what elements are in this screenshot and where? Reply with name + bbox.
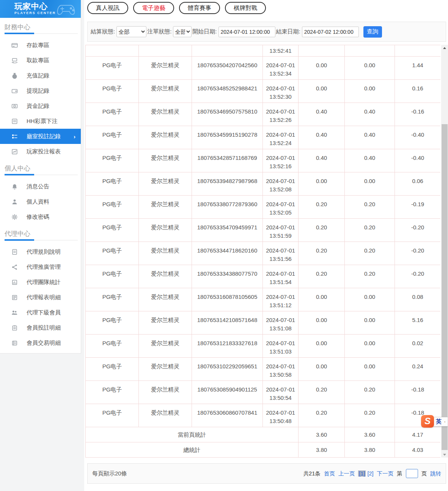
cell-profit: 0.08 <box>395 288 441 311</box>
sidebar-item-2-3[interactable]: 代理報表明細 <box>0 290 81 305</box>
cell-time-partial: 13:52:41 <box>263 45 299 57</box>
start-date-input[interactable] <box>218 27 275 37</box>
cell-order-no: 1807653504207042560 <box>192 57 263 80</box>
doc-icon <box>11 249 18 255</box>
start-date-label: 開始日期: <box>192 28 217 35</box>
sogou-logo-icon[interactable]: S <box>421 415 434 428</box>
prev-page-link[interactable]: 上一页 <box>338 470 355 477</box>
next-page-link[interactable]: 下一页 <box>377 470 394 477</box>
cell-valid-amount: 0.20 <box>345 381 395 404</box>
tab-0[interactable]: 真人視訊 <box>87 2 128 14</box>
cell-order-no: 1807653085904901125 <box>192 381 263 404</box>
cell-time: 2024-07-01 13:51:56 <box>263 242 299 265</box>
cell-vendor: PG电子 <box>86 335 139 358</box>
sidebar-item-label: 提現記錄 <box>27 87 49 95</box>
cell-time: 2024-07-01 13:52:24 <box>263 126 299 149</box>
sidebar-item-label: 代理團隊統計 <box>27 279 61 286</box>
sidebar-item-0-0[interactable]: 存款專區 <box>0 38 81 53</box>
scrollbar-thumb[interactable] <box>442 124 448 450</box>
sidebar-item-1-0[interactable]: 消息公告 <box>0 179 81 194</box>
page-link-2[interactable]: [2] <box>367 470 373 477</box>
cell-profit: 1.44 <box>395 57 441 80</box>
sidebar-item-1-1[interactable]: 個人資料 <box>0 194 81 209</box>
cell-bet-amount: 0.00 <box>299 80 345 103</box>
filter-bar: 結算狀態: 全部 注單狀態: 全部 開始日期: 結束日期: 查詢 <box>87 22 446 42</box>
sidebar-item-2-0[interactable]: 代理規則說明 <box>0 244 81 259</box>
sidebar-item-label: 消息公告 <box>27 183 49 190</box>
cell-profit: -0.20 <box>395 242 441 265</box>
end-date-label: 結束日期: <box>276 28 300 35</box>
sidebar-item-2-5[interactable]: 會員投註明細 <box>0 320 81 335</box>
sidebar-item-0-2[interactable]: 充值記錄 <box>0 68 81 83</box>
cell-bet-amount: 0.20 <box>299 265 345 288</box>
table-scrollbar[interactable] <box>441 45 448 458</box>
jump-page-input[interactable] <box>406 469 418 478</box>
cell-game: 爱尔兰精灵 <box>139 358 192 381</box>
cell-order-no: 1807653121833327618 <box>192 335 263 358</box>
sidebar-item-0-6[interactable]: 廳室投註記錄› <box>0 129 81 144</box>
sidebar-item-2-6[interactable]: 會員交易明細 <box>0 335 81 350</box>
ime-mode-badge[interactable]: 英 <box>436 418 442 425</box>
deposit-card-icon <box>11 42 18 49</box>
sidebar-item-0-7[interactable]: 玩家投注報表 <box>0 144 81 159</box>
page-size-text: 每頁顯示20條 <box>92 470 127 477</box>
sidebar-item-2-4[interactable]: 代理下級會員 <box>0 305 81 320</box>
cell-time: 2024-07-01 13:50:54 <box>263 381 299 404</box>
withdraw-hand-icon <box>11 57 18 64</box>
table-row: PG电子爱尔兰精灵18076531218333276182024-07-01 1… <box>86 335 441 358</box>
game-category-tabs: 真人視訊電子遊藝體育賽事棋牌對戰 <box>87 2 266 14</box>
current-page-summary-row: 當前頁統計3.603.604.17 <box>86 427 441 442</box>
table-row-partial: 13:52:41 <box>86 45 441 57</box>
order-status-select[interactable]: 全部 <box>173 26 192 37</box>
clipboard-icon <box>11 325 18 331</box>
scroll-down-arrow-icon[interactable] <box>441 452 448 458</box>
sidebar-item-label: 代理推廣管理 <box>27 264 61 271</box>
sidebar-item-2-2[interactable]: 代理團隊統計 <box>0 275 81 290</box>
scroll-up-arrow-icon[interactable] <box>441 45 448 51</box>
cell-order-no: 1807653160878105605 <box>192 288 263 311</box>
sidebar-item-1-2[interactable]: 修改密碼 <box>0 209 81 224</box>
cell-game: 爱尔兰精灵 <box>139 80 192 103</box>
lottery-list-icon <box>11 118 18 125</box>
users-icon <box>11 309 18 316</box>
jump-button[interactable]: 跳转 <box>430 470 441 477</box>
table-row: PG电子爱尔兰精灵18076531421085716482024-07-01 1… <box>86 311 441 335</box>
page-link-1[interactable]: [1] <box>358 470 366 477</box>
sidebar-item-0-3[interactable]: 提現記錄 <box>0 83 81 98</box>
tab-3[interactable]: 棋牌對戰 <box>225 2 266 14</box>
end-date-input[interactable] <box>302 27 359 37</box>
sidebar-item-0-1[interactable]: 取款專區 <box>0 53 81 68</box>
tab-1[interactable]: 電子遊藝 <box>133 2 174 14</box>
pagination-bar: 每頁顯示20條 共21条 首页 上一页 [1] [2] 下一页 第 页 跳转 <box>87 463 446 484</box>
cell-vendor: PG电子 <box>86 242 139 265</box>
cell-valid-amount: 0.00 <box>345 311 395 335</box>
cell-time: 2024-07-01 13:52:08 <box>263 172 299 196</box>
ime-toolbar: 英 · S <box>421 415 448 429</box>
cell-game: 爱尔兰精灵 <box>139 381 192 404</box>
sidebar-item-0-5[interactable]: HH彩票下注 <box>0 114 81 129</box>
cell-valid-amount: 0.00 <box>345 80 395 103</box>
moneybag-icon <box>11 73 18 79</box>
summary-valid: 3.60 <box>345 427 395 442</box>
cell-valid-amount: 0.20 <box>345 242 395 265</box>
table-row: PG电子爱尔兰精灵18076534285711687692024-07-01 1… <box>86 149 441 172</box>
sidebar-item-label: 會員投註明細 <box>27 324 61 332</box>
sidebar-item-label: 廳室投註記錄 <box>27 133 61 140</box>
sidebar: 玩家中心 PLAYERS CENTER 財務中心存款專區取款專區充值記錄提現記錄… <box>0 0 81 354</box>
section-underline <box>5 174 78 177</box>
cell-order-no: 1807653344718620160 <box>192 242 263 265</box>
sidebar-item-2-1[interactable]: 代理推廣管理 <box>0 259 81 275</box>
cell-bet-amount: 0.00 <box>299 172 345 196</box>
first-page-link[interactable]: 首页 <box>324 470 335 477</box>
cell-vendor: PG电子 <box>86 219 139 242</box>
sidebar-item-0-4[interactable]: 資金記錄 <box>0 98 81 114</box>
cell-vendor: PG电子 <box>86 381 139 404</box>
settle-status-select[interactable]: 全部 <box>116 26 146 37</box>
search-button[interactable]: 查詢 <box>363 26 382 38</box>
cell-game: 爱尔兰精灵 <box>139 57 192 80</box>
cell-time: 2024-07-01 13:52:05 <box>263 196 299 219</box>
cell-bet-amount: 0.40 <box>299 126 345 149</box>
summary-label: 當前頁統計 <box>86 427 299 442</box>
tab-2[interactable]: 體育賽事 <box>179 2 220 14</box>
table-row: PG电子爱尔兰精灵18076533547094599712024-07-01 1… <box>86 219 441 242</box>
